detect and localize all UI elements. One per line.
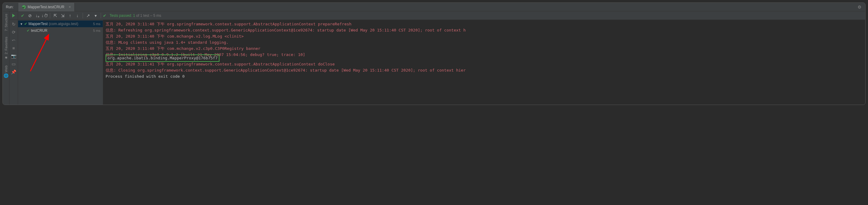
run-controls: ↻ ⟳ ⤺ ■ 📷 ▭ 📌 xyxy=(9,20,18,105)
ide-left-sidebar: 7: Structure ★ 2: Favorites 🌐 Web xyxy=(3,11,9,105)
sort-alpha-button[interactable]: ↓ₐ xyxy=(34,12,41,19)
sort-duration-button[interactable]: ↓⏱ xyxy=(41,12,48,19)
tree-root-pkg: (com.atguigu.test) xyxy=(49,22,79,26)
tab-label: MapperTest.testCRUR xyxy=(28,5,64,9)
run-button[interactable] xyxy=(9,11,18,20)
toolbar-buttons: ✔ ⊘ ↓ₐ ↓⏱ ⇱ ⇲ ↑ ↓ ↗ ▾ ✔ Tests passed: xyxy=(18,12,162,19)
sidebar-web[interactable]: 🌐 Web xyxy=(4,66,8,78)
test-toolbar: ✔ ⊘ ↓ₐ ↓⏱ ⇱ ⇲ ↑ ↓ ↗ ▾ ✔ Tests passed: xyxy=(9,11,865,20)
console-line: 五月 20, 2020 3:11:40 下午 org.springframewo… xyxy=(105,21,863,27)
export-button[interactable]: ↗ xyxy=(85,12,92,19)
star-icon: ★ xyxy=(4,56,8,60)
test-tree[interactable]: ▼ ✔ MapperTest (com.atguigu.test) 5 ms ✔… xyxy=(18,20,103,105)
filter-ignored-button[interactable]: ⊘ xyxy=(27,12,33,19)
rerun-icon[interactable]: ↻ xyxy=(12,22,16,27)
tree-child-label: testCRUR xyxy=(31,29,48,33)
tree-root-label: MapperTest xyxy=(28,22,48,26)
console-output[interactable]: 五月 20, 2020 3:11:40 下午 org.springframewo… xyxy=(103,20,865,105)
tree-root-time: 5 ms xyxy=(93,22,100,26)
layout-icon[interactable]: ▭ xyxy=(12,62,16,66)
run-tab[interactable]: MapperTest.testCRUR × xyxy=(18,3,75,11)
prev-failed-button[interactable]: ↑ xyxy=(67,12,73,19)
tree-child-time: 5 ms xyxy=(93,29,100,32)
tree-root-row[interactable]: ▼ ✔ MapperTest (com.atguigu.test) 5 ms xyxy=(18,21,103,27)
separator xyxy=(83,13,83,19)
main-row: 7: Structure ★ 2: Favorites 🌐 Web ✔ ⊘ ↓ₐ xyxy=(3,11,865,105)
console-line: 信息: Closing org.springframework.context.… xyxy=(105,67,863,73)
console-line: 信息: MLog clients using java 1.4+ standar… xyxy=(105,39,863,45)
separator xyxy=(101,13,101,19)
run-panel: Run: MapperTest.testCRUR × ⚙ 7: Structur… xyxy=(2,2,866,105)
console-line: Process finished with exit code 0 xyxy=(105,73,863,79)
separator xyxy=(50,13,50,19)
tree-child-row[interactable]: ✔ testCRUR 5 ms xyxy=(18,27,103,34)
sidebar-favorites[interactable]: ★ 2: Favorites xyxy=(4,37,8,60)
console-line: 五月 20, 2020 3:11:40 下午 com.mchange.v2.c3… xyxy=(105,45,863,52)
globe-icon: 🌐 xyxy=(4,74,8,79)
toggle-auto-icon[interactable]: ⤺ xyxy=(12,38,16,42)
play-icon xyxy=(12,14,15,18)
highlighted-output: org.apache.ibatis.binding.MapperProxy@17… xyxy=(105,55,219,62)
test-pass-icon xyxy=(22,5,26,9)
annotation-arrow xyxy=(27,32,55,74)
status-check-icon: ✔ xyxy=(103,13,106,18)
collapse-all-button[interactable]: ⇲ xyxy=(59,12,66,19)
chevron-down-icon[interactable]: ▼ xyxy=(20,22,23,26)
content-area: ✔ ⊘ ↓ₐ ↓⏱ ⇱ ⇲ ↑ ↓ ↗ ▾ ✔ Tests passed: xyxy=(9,11,865,105)
history-button[interactable]: ▾ xyxy=(92,12,99,19)
console-line: 五月 20, 2020 3:11:40 下午 com.mchange.v2.lo… xyxy=(105,33,863,39)
console-line: 信息: Refreshing org.springframework.conte… xyxy=(105,27,863,33)
next-failed-button[interactable]: ↓ xyxy=(74,12,81,19)
check-icon: ✔ xyxy=(24,22,27,26)
rerun-failed-icon[interactable]: ⟳ xyxy=(12,30,16,35)
console-line: 五月 20, 2020 3:11:41 下午 org.springframewo… xyxy=(105,61,863,67)
stop-icon[interactable]: ■ xyxy=(12,45,15,50)
run-label: Run: xyxy=(6,5,13,9)
expand-all-button[interactable]: ⇱ xyxy=(52,12,59,19)
panel-header: Run: MapperTest.testCRUR × ⚙ xyxy=(3,3,865,11)
console-highlighted-line: org.apache.ibatis.binding.MapperProxy@17… xyxy=(105,55,863,62)
filter-passed-button[interactable]: ✔ xyxy=(19,12,26,19)
check-icon: ✔ xyxy=(27,29,30,33)
close-icon[interactable]: × xyxy=(68,5,71,9)
dump-icon[interactable]: 📷 xyxy=(11,54,16,59)
sidebar-structure[interactable]: 7: Structure xyxy=(4,14,8,31)
gear-icon[interactable]: ⚙ xyxy=(858,5,862,9)
test-status: Tests passed: 1 of 1 test – 5 ms xyxy=(110,13,161,18)
body-row: ↻ ⟳ ⤺ ■ 📷 ▭ 📌 ▼ ✔ MapperTest (com.atguig… xyxy=(9,20,865,105)
pin-icon[interactable]: 📌 xyxy=(11,69,16,74)
svg-line-1 xyxy=(30,35,49,71)
